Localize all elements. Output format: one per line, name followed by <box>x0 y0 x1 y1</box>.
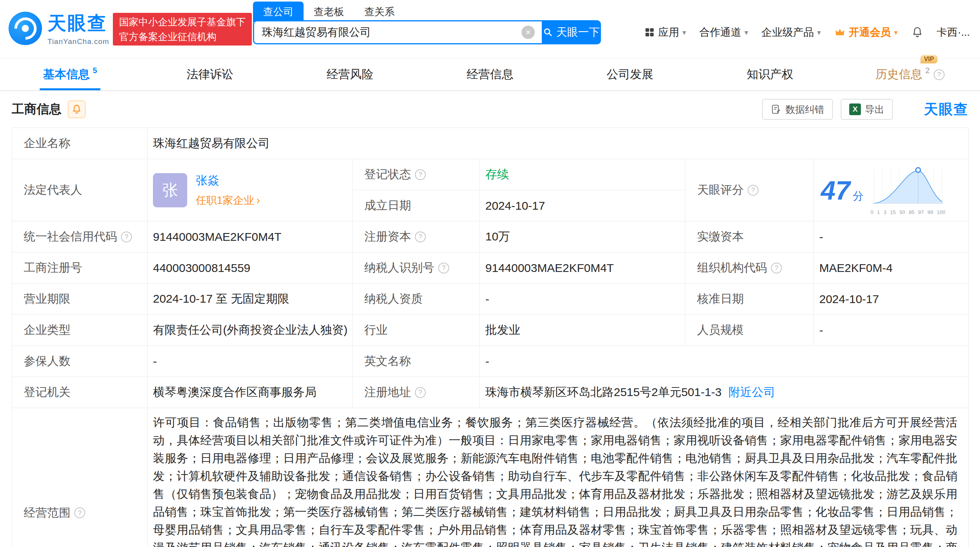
credit-code-label: 统一社会信用代码? <box>12 221 148 252</box>
tianyancha-logo[interactable]: 天眼查 TianYanCha.com <box>9 11 109 46</box>
export-button[interactable]: X 导出 <box>841 99 893 120</box>
logo-text: 天眼查 TianYanCha.com <box>47 11 109 46</box>
company-section-tabs: 基本信息 5 法律诉讼 经营风险 经营信息 公司发展 知识产权 VIP 历史信息… <box>0 58 980 91</box>
tab-operating-risk[interactable]: 经营风险 <box>280 59 420 90</box>
tab-company-development[interactable]: 公司发展 <box>560 59 700 90</box>
clear-search-icon[interactable]: × <box>522 26 535 39</box>
nearby-companies-link[interactable]: 附近公司 <box>729 386 775 398</box>
table-row: 法定代表人 张 张焱 任职1家企业 › 登记状态? 存续 天眼评分? 47分 <box>12 159 969 190</box>
username: 卡西·... <box>937 25 970 39</box>
legal-rep-positions-link[interactable]: 任职1家企业 › <box>196 193 260 207</box>
tab-label: 法律诉讼 <box>187 67 234 82</box>
business-term-value: 2024-10-17 至 无固定期限 <box>148 284 353 315</box>
search-box: × <box>253 20 542 44</box>
tab-label: 经营信息 <box>467 67 513 82</box>
tab-history-info[interactable]: VIP 历史信息 2 ? <box>840 59 980 90</box>
nav-enterprise-label: 企业级产品 <box>761 25 814 39</box>
table-row: 经营范围? 许可项目：食品销售；出版物零售；第二类增值电信业务；餐饮服务；第三类… <box>12 408 969 547</box>
staff-size-value: - <box>814 315 969 346</box>
tab-count: 2 <box>926 66 930 75</box>
search-tab-relation[interactable]: 查关系 <box>354 2 405 22</box>
subscribe-bell-button[interactable] <box>68 100 86 118</box>
help-icon[interactable]: ? <box>415 387 426 398</box>
data-correction-button[interactable]: 数据纠错 <box>762 99 833 120</box>
badge-line-2: 官方备案企业征信机构 <box>119 29 246 44</box>
table-row: 参保人数 - 英文名称 - <box>12 346 969 377</box>
nav-apps[interactable]: 应用 ▾ <box>644 25 686 39</box>
help-icon[interactable]: ? <box>74 507 85 518</box>
reg-address-label: 注册地址? <box>353 377 480 408</box>
business-info-table: 企业名称 珠海红越贸易有限公司 法定代表人 张 张焱 任职1家企业 › 登记状态… <box>12 128 969 547</box>
approval-date-label: 核准日期 <box>685 284 814 315</box>
brand-name: 天眼查 <box>47 11 109 36</box>
excel-icon: X <box>849 103 861 115</box>
badge-line-1: 国家中小企业发展子基金旗下 <box>119 14 246 29</box>
english-name-label: 英文名称 <box>353 346 480 377</box>
reg-authority-label: 登记机关 <box>12 377 148 408</box>
company-type-value: 有限责任公司(外商投资企业法人独资) <box>148 315 353 346</box>
avatar[interactable]: 张 <box>153 173 187 207</box>
score-chart-axis: 0131550859799100 <box>871 209 945 215</box>
org-code-label: 组织机构代码? <box>685 252 814 284</box>
help-icon[interactable]: ? <box>771 263 782 274</box>
tab-label: 知识产权 <box>746 67 793 82</box>
chevron-down-icon: ▾ <box>894 28 898 37</box>
establish-date-value: 2024-10-17 <box>480 190 685 221</box>
english-name-value: - <box>480 346 969 377</box>
table-row: 工商注册号 440003000814559 纳税人识别号? 91440003MA… <box>12 252 969 284</box>
search-icon <box>543 27 553 37</box>
top-navigation: 应用 ▾ 合作通道 ▾ 企业级产品 ▾ 开通会员 ▾ 卡西·... <box>644 20 970 44</box>
reg-number-value: 440003000814559 <box>148 252 353 284</box>
nav-cooperation[interactable]: 合作通道 ▾ <box>699 25 748 39</box>
tab-basic-info[interactable]: 基本信息 5 <box>0 59 140 90</box>
legal-rep-name-link[interactable]: 张焱 <box>196 173 260 189</box>
score-label: 天眼评分? <box>685 159 814 221</box>
data-correction-label: 数据纠错 <box>785 103 824 116</box>
tab-legal-proceedings[interactable]: 法律诉讼 <box>140 59 280 90</box>
grid-icon <box>644 27 655 38</box>
search-button[interactable]: 天眼一下 <box>542 20 601 44</box>
help-icon[interactable]: ? <box>121 231 132 242</box>
reg-status-label: 登记状态? <box>353 159 480 190</box>
tab-operating-info[interactable]: 经营信息 <box>420 59 560 90</box>
table-row: 企业名称 珠海红越贸易有限公司 <box>12 128 969 159</box>
credit-code-value: 91440003MAE2KF0M4T <box>148 221 353 252</box>
insured-value: - <box>148 346 353 377</box>
search-button-label: 天眼一下 <box>556 25 600 40</box>
nav-enterprise-products[interactable]: 企业级产品 ▾ <box>761 25 821 39</box>
search-tab-boss[interactable]: 查老板 <box>304 2 354 22</box>
section-title: 工商信息 <box>12 101 61 118</box>
paid-capital-label: 实缴资本 <box>685 221 814 252</box>
help-icon[interactable]: ? <box>415 169 426 180</box>
tab-count: 5 <box>93 66 97 75</box>
tab-label: 历史信息 <box>876 67 922 82</box>
taxpayer-quality-value: - <box>480 284 685 315</box>
chevron-down-icon: ▾ <box>745 28 748 37</box>
help-icon[interactable]: ? <box>748 185 759 196</box>
paid-capital-value: - <box>814 221 969 252</box>
company-name-label: 企业名称 <box>12 128 148 159</box>
notifications[interactable] <box>911 26 924 39</box>
reg-address-value: 珠海市横琴新区环岛北路2515号2单元501-1-3附近公司 <box>480 377 969 408</box>
score-chart: 0131550859799100 <box>871 165 945 215</box>
nav-open-membership[interactable]: 开通会员 ▾ <box>834 25 898 39</box>
chevron-down-icon: ▾ <box>817 28 821 37</box>
business-scope-value: 许可项目：食品销售；出版物零售；第二类增值电信业务；餐饮服务；第三类医疗器械经营… <box>148 408 969 547</box>
reg-status-value: 存续 <box>480 159 685 190</box>
taxpayer-quality-label: 纳税人资质 <box>353 284 480 315</box>
search-tab-company[interactable]: 查公司 <box>253 2 304 22</box>
nav-cooperation-label: 合作通道 <box>699 25 741 39</box>
tab-intellectual-property[interactable]: 知识产权 <box>700 59 840 90</box>
table-row: 营业期限 2024-10-17 至 无固定期限 纳税人资质 - 核准日期 202… <box>12 284 969 315</box>
help-icon[interactable]: ? <box>415 231 426 242</box>
tab-label: 基本信息 <box>43 67 90 82</box>
score-cell: 47分 <box>814 159 969 221</box>
reg-capital-label: 注册资本? <box>353 221 480 252</box>
org-code-value: MAE2KF0M-4 <box>814 252 969 284</box>
legal-rep-cell: 张 张焱 任职1家企业 › <box>148 159 353 221</box>
search-input[interactable] <box>254 26 522 39</box>
user-account[interactable]: 卡西·... <box>937 25 970 39</box>
business-scope-label: 经营范围? <box>12 408 148 547</box>
help-icon[interactable]: ? <box>438 263 449 274</box>
help-icon[interactable]: ? <box>934 69 945 80</box>
